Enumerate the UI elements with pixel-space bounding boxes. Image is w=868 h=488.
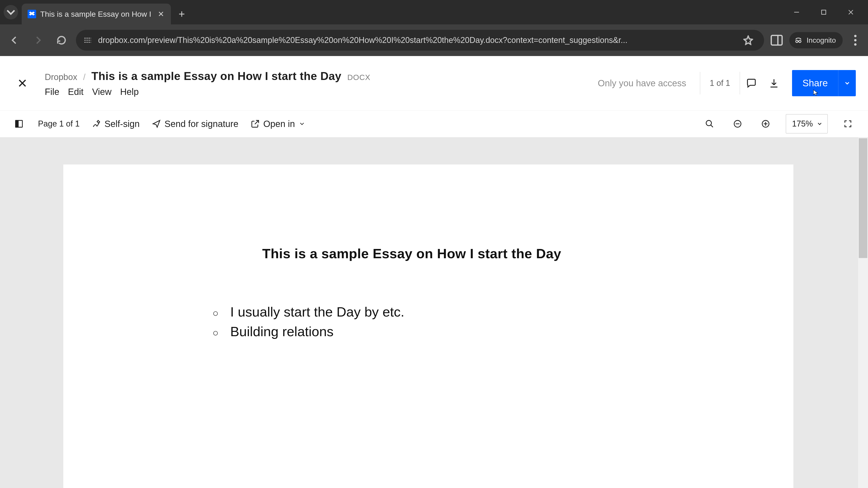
mouse-cursor-icon xyxy=(812,88,819,97)
app-header: Dropbox / This is a sample Essay on How … xyxy=(0,56,868,110)
window-close-button[interactable] xyxy=(837,3,864,21)
svg-rect-1 xyxy=(822,10,826,14)
share-button-group: Share xyxy=(792,70,856,96)
menu-help[interactable]: Help xyxy=(120,87,138,97)
incognito-label: Incognito xyxy=(807,36,836,44)
url-text: dropbox.com/preview/This%20is%20a%20samp… xyxy=(98,35,734,45)
breadcrumb-separator: / xyxy=(83,72,86,82)
open-in-label: Open in xyxy=(264,119,295,129)
fullscreen-button[interactable] xyxy=(840,116,856,132)
document-toolbar: Page 1 of 1 Self-sign Send for signature… xyxy=(0,110,868,137)
breadcrumb: Dropbox / This is a sample Essay on How … xyxy=(45,70,370,83)
download-button[interactable] xyxy=(763,72,785,94)
comments-button[interactable] xyxy=(740,72,763,94)
app-content: Dropbox / This is a sample Essay on How … xyxy=(0,56,868,488)
svg-point-15 xyxy=(706,121,711,126)
breadcrumb-root[interactable]: Dropbox xyxy=(45,72,77,82)
address-bar[interactable]: dropbox.com/preview/This%20is%20a%20samp… xyxy=(76,30,764,51)
open-in-button[interactable]: Open in xyxy=(251,119,305,129)
send-signature-label: Send for signature xyxy=(164,119,239,129)
menu-edit[interactable]: Edit xyxy=(68,87,84,97)
side-panel-icon[interactable] xyxy=(770,33,784,47)
svg-point-10 xyxy=(854,43,857,46)
svg-point-9 xyxy=(854,39,857,41)
vertical-scrollbar-track[interactable] xyxy=(858,137,868,488)
document-bullet-list: ○I usually start the Day by etc. ○Buildi… xyxy=(213,302,717,341)
zoom-in-button[interactable] xyxy=(758,116,774,132)
nav-forward-button[interactable] xyxy=(29,31,47,49)
svg-point-6 xyxy=(796,40,798,42)
page-indicator: Page 1 of 1 xyxy=(38,119,80,129)
list-item-text: I usually start the Day by etc. xyxy=(230,302,404,322)
window-maximize-button[interactable] xyxy=(810,3,837,21)
incognito-indicator[interactable]: Incognito xyxy=(789,32,843,48)
bookmark-star-icon[interactable] xyxy=(739,31,757,49)
svg-rect-14 xyxy=(16,121,18,127)
menu-view[interactable]: View xyxy=(92,87,112,97)
search-document-button[interactable] xyxy=(702,116,717,132)
self-sign-label: Self-sign xyxy=(104,119,140,129)
tab-search-dropdown[interactable] xyxy=(4,5,18,20)
browser-tab[interactable]: This is a sample Essay on How I ✕ xyxy=(22,4,171,24)
document-viewport: This is a sample Essay on How I start th… xyxy=(0,137,868,488)
file-extension-badge: DOCX xyxy=(347,73,370,82)
svg-point-7 xyxy=(799,40,801,42)
list-item: ○Building relations xyxy=(213,322,717,341)
list-item: ○I usually start the Day by etc. xyxy=(213,302,717,322)
tab-close-icon[interactable]: ✕ xyxy=(157,10,165,18)
svg-point-8 xyxy=(854,35,857,37)
chevron-down-icon xyxy=(299,121,305,127)
close-preview-button[interactable] xyxy=(12,73,33,93)
chevron-down-icon xyxy=(816,121,823,127)
share-dropdown-button[interactable] xyxy=(838,70,856,96)
window-minimize-button[interactable] xyxy=(783,3,810,21)
dropbox-favicon xyxy=(28,10,36,18)
send-signature-button[interactable]: Send for signature xyxy=(152,119,239,129)
sidebar-toggle-button[interactable] xyxy=(12,117,26,131)
item-count: 1 of 1 xyxy=(700,72,740,94)
menubar: File Edit View Help xyxy=(45,87,370,97)
tab-title: This is a sample Essay on How I xyxy=(40,10,153,19)
svg-line-16 xyxy=(711,125,713,127)
list-item-text: Building relations xyxy=(230,322,334,341)
share-button[interactable]: Share xyxy=(792,70,838,96)
browser-titlebar: This is a sample Essay on How I ✕ + xyxy=(0,0,868,24)
document-title: This is a sample Essay on How I start th… xyxy=(262,246,717,261)
new-tab-button[interactable]: + xyxy=(174,6,190,22)
share-button-label: Share xyxy=(802,78,828,89)
menu-file[interactable]: File xyxy=(45,87,59,97)
zoom-level-value: 175% xyxy=(792,119,813,129)
nav-back-button[interactable] xyxy=(5,31,24,49)
access-status: Only you have access xyxy=(598,78,686,88)
bullet-icon: ○ xyxy=(213,306,219,320)
zoom-out-button[interactable] xyxy=(730,116,745,132)
browser-toolbar: dropbox.com/preview/This%20is%20a%20samp… xyxy=(0,24,868,56)
self-sign-button[interactable]: Self-sign xyxy=(92,119,140,129)
browser-menu-icon[interactable] xyxy=(848,33,863,47)
svg-rect-4 xyxy=(771,35,782,45)
bullet-icon: ○ xyxy=(213,326,219,340)
zoom-level-select[interactable]: 175% xyxy=(786,114,828,133)
document-page: This is a sample Essay on How I start th… xyxy=(63,164,794,488)
breadcrumb-filename: This is a sample Essay on How I start th… xyxy=(91,70,341,83)
site-info-icon[interactable] xyxy=(83,35,93,45)
nav-reload-button[interactable] xyxy=(53,31,70,49)
vertical-scrollbar-thumb[interactable] xyxy=(859,138,867,258)
